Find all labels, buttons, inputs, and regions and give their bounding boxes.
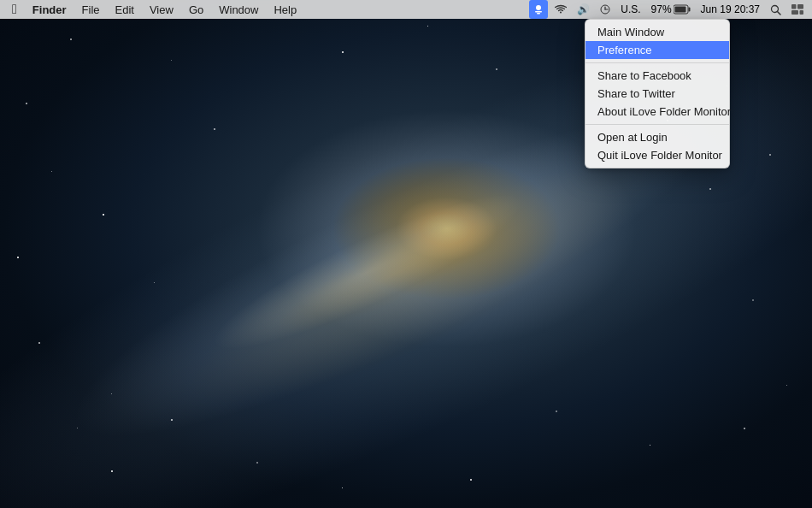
dashboard-icon[interactable] bbox=[788, 3, 807, 15]
menu-item-share-twitter[interactable]: Share to Twitter bbox=[585, 85, 729, 103]
clock-status bbox=[597, 3, 614, 15]
star bbox=[496, 68, 497, 70]
star bbox=[154, 282, 155, 283]
edit-menu[interactable]: Edit bbox=[109, 1, 141, 18]
star bbox=[470, 479, 472, 481]
app-icon-menubar[interactable] bbox=[529, 0, 548, 19]
file-menu[interactable]: File bbox=[75, 1, 107, 18]
date-time-status: Jun 19 20:37 bbox=[697, 3, 763, 16]
star bbox=[769, 154, 771, 156]
star bbox=[214, 128, 215, 130]
star bbox=[342, 487, 343, 488]
menu-item-main-window[interactable]: Main Window bbox=[585, 23, 729, 41]
svg-rect-1 bbox=[535, 11, 542, 13]
menu-item-about[interactable]: About iLove Folder Monitor bbox=[585, 103, 729, 121]
view-menu[interactable]: View bbox=[143, 1, 180, 18]
star bbox=[171, 60, 172, 61]
star bbox=[77, 428, 78, 428]
dropdown-menu: Main Window Preference Share to Facebook… bbox=[585, 19, 730, 168]
menubar-right: 🔊 U.S. 97% Jun 19 20:37 bbox=[529, 0, 807, 19]
menu-separator-2 bbox=[585, 124, 729, 125]
help-menu[interactable]: Help bbox=[267, 1, 303, 18]
menu-item-share-facebook[interactable]: Share to Facebook bbox=[585, 67, 729, 85]
svg-rect-13 bbox=[791, 10, 798, 15]
window-menu[interactable]: Window bbox=[212, 1, 265, 18]
star bbox=[51, 171, 52, 172]
star bbox=[111, 470, 113, 472]
star bbox=[70, 38, 72, 40]
svg-point-0 bbox=[536, 5, 541, 10]
svg-rect-14 bbox=[800, 10, 804, 15]
star bbox=[111, 393, 112, 394]
svg-rect-7 bbox=[688, 8, 690, 12]
menubar-left:  Finder File Edit View Go Window Help bbox=[5, 1, 303, 18]
star bbox=[744, 428, 745, 429]
menu-separator-1 bbox=[585, 62, 729, 63]
battery-status[interactable]: 97% bbox=[648, 3, 694, 16]
apple-menu[interactable]:  bbox=[5, 1, 24, 18]
star bbox=[342, 51, 344, 53]
menu-item-preference[interactable]: Preference bbox=[585, 41, 729, 59]
star bbox=[752, 299, 754, 301]
language-status[interactable]: U.S. bbox=[617, 3, 644, 16]
star bbox=[103, 214, 104, 216]
star bbox=[171, 419, 173, 421]
svg-rect-2 bbox=[537, 13, 540, 15]
go-menu[interactable]: Go bbox=[182, 1, 210, 18]
star bbox=[556, 411, 557, 412]
svg-rect-11 bbox=[791, 4, 797, 9]
star bbox=[650, 445, 650, 446]
star bbox=[709, 188, 711, 190]
menubar:  Finder File Edit View Go Window Help bbox=[0, 0, 812, 19]
star bbox=[427, 26, 428, 27]
star bbox=[26, 103, 27, 104]
svg-rect-8 bbox=[674, 7, 685, 13]
svg-rect-12 bbox=[797, 4, 803, 9]
finder-menu[interactable]: Finder bbox=[26, 1, 74, 18]
star bbox=[256, 462, 258, 464]
desktop:  Finder File Edit View Go Window Help bbox=[0, 0, 812, 508]
star bbox=[786, 385, 787, 386]
volume-status[interactable]: 🔊 bbox=[574, 3, 593, 16]
star bbox=[17, 257, 19, 258]
wifi-status[interactable] bbox=[551, 3, 570, 15]
star bbox=[38, 342, 40, 344]
menu-item-open-at-login[interactable]: Open at Login bbox=[585, 128, 729, 146]
menu-item-quit[interactable]: Quit iLove Folder Monitor bbox=[585, 146, 729, 164]
svg-line-10 bbox=[778, 11, 781, 15]
search-icon[interactable] bbox=[767, 3, 785, 16]
